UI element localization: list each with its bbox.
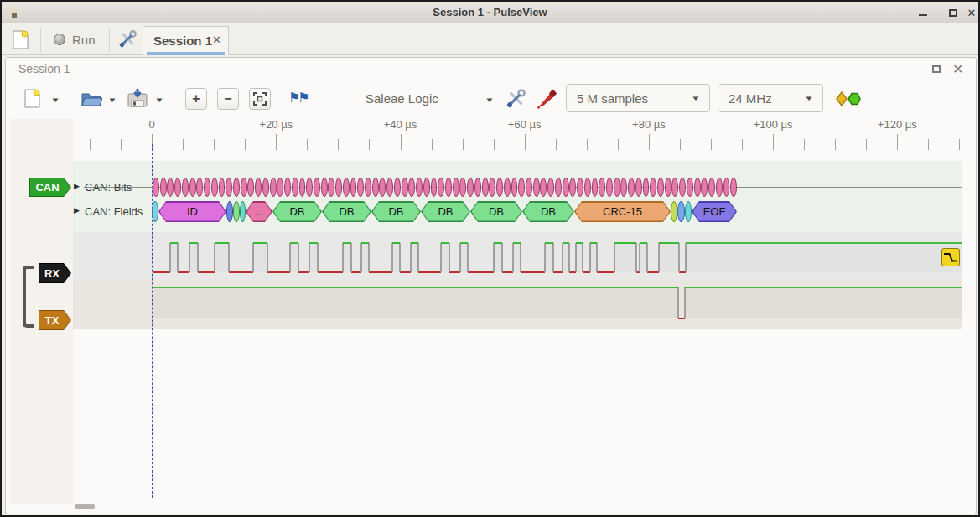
can-bit [628, 178, 635, 197]
can-field: DB [322, 201, 371, 222]
configure-device-button[interactable] [505, 88, 526, 110]
can-bit [547, 178, 554, 197]
tx-tag-label: TX [39, 311, 70, 329]
zoom-fit-button[interactable] [249, 88, 271, 110]
save-dropdown-arrow[interactable]: ▼ [154, 96, 164, 104]
new-file-button[interactable] [24, 89, 40, 108]
can-bit [563, 178, 569, 197]
run-button[interactable]: Run [47, 27, 102, 52]
open-button[interactable] [80, 90, 102, 107]
chevron-down-icon: ▼ [691, 95, 701, 102]
ruler-minor-tick [369, 139, 370, 150]
new-session-button[interactable] [8, 28, 32, 51]
session-title: Session 1 [18, 62, 70, 75]
channel-group-bracket[interactable] [23, 266, 34, 328]
horizontal-scrollbar-handle[interactable] [75, 504, 95, 509]
vertical-scrollbar[interactable] [972, 119, 972, 504]
can-bit [153, 178, 159, 197]
expand-arrow-fields[interactable]: ▶ [74, 206, 80, 215]
sample-rate-combo[interactable]: 24 MHz ▼ [718, 84, 823, 112]
ruler-label: +20 µs [259, 118, 293, 131]
can-bit [416, 178, 423, 197]
can-bit [533, 178, 540, 197]
maximize-button[interactable] [944, 2, 962, 23]
sample-rate-value: 24 MHz [729, 91, 772, 106]
add-decoder-button[interactable] [836, 91, 861, 106]
tab-label: Session 1 [153, 34, 212, 48]
maximize-icon [949, 9, 957, 17]
can-bit [270, 178, 277, 197]
can-bit [555, 178, 562, 197]
can-field-sliver [152, 201, 158, 222]
ruler-minor-tick [183, 139, 184, 150]
decoder-icon [836, 91, 861, 106]
can-field: DB [272, 201, 322, 222]
new-file-dropdown-arrow[interactable]: ▼ [50, 96, 60, 104]
ruler-minor-tick [432, 139, 433, 150]
open-dropdown-arrow[interactable]: ▼ [107, 96, 117, 104]
sample-count-combo[interactable]: 5 M samples ▼ [566, 84, 710, 112]
can-field-label: DB [322, 201, 371, 222]
can-bit [504, 178, 511, 197]
chevron-down-icon: ▼ [804, 95, 814, 102]
can-bit [365, 178, 371, 197]
can-field-sliver [677, 201, 685, 222]
ruler-major-tick [525, 134, 526, 150]
ruler-minor-tick [711, 139, 712, 150]
can-bit [343, 178, 350, 197]
fields-row-label: CAN: Fields [85, 205, 143, 218]
tab-session-1[interactable]: Session 1 ✕ [143, 26, 229, 55]
can-bit [284, 178, 291, 197]
zoom-out-button[interactable]: − [217, 88, 239, 110]
tab-close-icon[interactable]: ✕ [212, 34, 221, 46]
can-bit [614, 178, 620, 197]
can-bit [335, 178, 342, 197]
tx-waveform [73, 280, 962, 329]
zoom-in-button[interactable]: + [185, 88, 207, 110]
can-bit [262, 178, 269, 197]
can-bit [577, 178, 583, 197]
can-field-label: DB [371, 201, 421, 222]
show-cursors-button[interactable]: ⚑⚑ [288, 90, 308, 106]
can-field-label: DB [421, 201, 470, 222]
device-selector[interactable]: Saleae Logic [366, 91, 438, 106]
can-bit [584, 178, 591, 197]
can-bit [255, 178, 262, 197]
can-field: ID [158, 201, 226, 222]
close-button[interactable]: ✕ [962, 2, 980, 23]
can-field: DB [470, 201, 522, 222]
minimize-button[interactable] [914, 2, 932, 23]
probe-icon [537, 87, 558, 109]
ruler-minor-tick [835, 139, 836, 150]
bits-row-label: CAN: Bits [85, 181, 132, 194]
settings-button[interactable] [116, 28, 139, 51]
can-field-sliver [226, 201, 233, 222]
can-field-sliver [671, 201, 677, 222]
expand-arrow-bits[interactable]: ▶ [74, 182, 80, 190]
title-bar[interactable]: Session 1 - PulseView ✕ [2, 2, 978, 23]
can-field-label: CRC-15 [574, 201, 671, 222]
ruler-major-tick [276, 134, 277, 150]
device-dropdown-arrow[interactable]: ▼ [485, 96, 495, 104]
can-bit [606, 178, 613, 197]
can-bit [716, 178, 723, 197]
can-bit [394, 178, 401, 197]
can-bit [160, 178, 167, 197]
flags-icon: ⚑⚑ [288, 90, 308, 105]
can-bit [372, 178, 379, 197]
save-button[interactable] [127, 88, 148, 108]
can-bit [233, 178, 240, 197]
trigger-falling-edge-icon[interactable] [941, 248, 960, 266]
tools-icon [505, 88, 526, 110]
ruler-minor-tick [866, 139, 867, 150]
session-close-button[interactable]: ✕ [952, 61, 963, 77]
ruler-minor-tick [245, 139, 246, 150]
channels-button[interactable] [537, 87, 558, 109]
rx-waveform [73, 232, 962, 280]
decoder-tag-can[interactable]: CAN [29, 178, 71, 197]
ruler-label: +100 µs [754, 118, 793, 131]
can-bit [694, 178, 701, 197]
can-bit [292, 178, 298, 197]
session-maximize-button[interactable] [932, 65, 941, 73]
can-field-label: DB [522, 201, 574, 222]
